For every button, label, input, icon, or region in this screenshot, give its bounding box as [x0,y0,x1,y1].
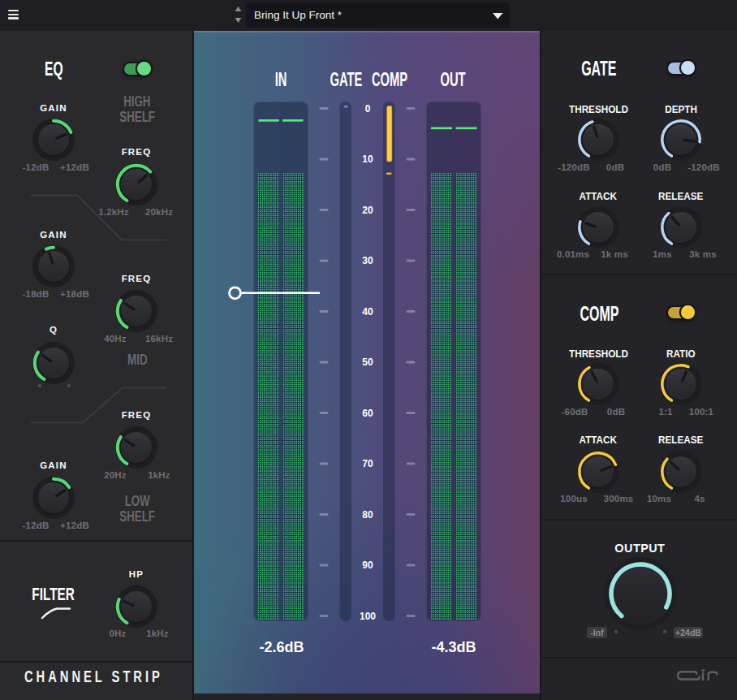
svg-text:0: 0 [365,103,371,115]
svg-text:40: 40 [362,306,373,318]
svg-text:COMP: COMP [372,69,407,89]
svg-text:GATE: GATE [330,69,363,89]
svg-text:90: 90 [362,560,373,571]
svg-text:IN: IN [275,69,287,89]
svg-text:100: 100 [360,611,376,622]
svg-text:70: 70 [362,458,373,469]
svg-text:50: 50 [362,356,373,368]
svg-text:20: 20 [362,205,373,216]
svg-text:30: 30 [362,255,373,266]
svg-text:60: 60 [362,408,373,419]
svg-text:-2.6dB: -2.6dB [259,639,304,655]
svg-text:OUT: OUT [440,69,465,89]
svg-text:80: 80 [362,509,373,521]
svg-text:10: 10 [362,153,373,165]
svg-text:-4.3dB: -4.3dB [431,639,476,655]
